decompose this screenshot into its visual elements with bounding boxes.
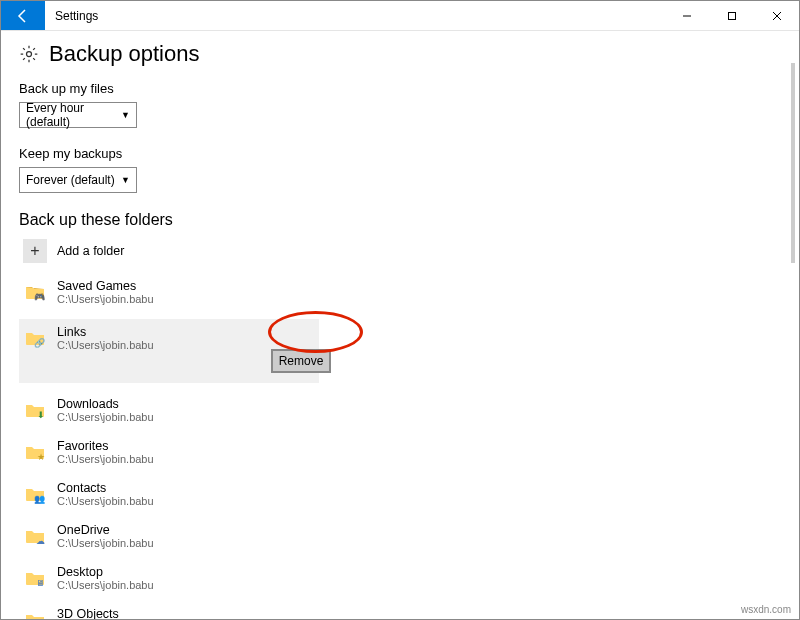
remove-button[interactable]: Remove [271, 349, 331, 373]
folder-path: C:\Users\jobin.babu [57, 495, 154, 507]
folder-name: Contacts [57, 481, 154, 495]
content-area: Backup options Back up my files Every ho… [1, 31, 799, 619]
page-title: Backup options [49, 41, 199, 67]
folder-icon: 🎮 [23, 280, 47, 304]
folder-icon: ☁ [23, 524, 47, 548]
close-button[interactable] [754, 1, 799, 30]
scrollbar[interactable] [791, 63, 795, 263]
folder-name: 3D Objects [57, 607, 154, 619]
folders-list: + Add a folder 🎮 Saved Games C:\Users\jo… [19, 237, 799, 619]
arrow-left-icon [15, 8, 31, 24]
svg-rect-1 [728, 12, 735, 19]
folder-icon: 🖥 [23, 566, 47, 590]
gear-icon [19, 44, 39, 64]
folder-path: C:\Users\jobin.babu [57, 453, 154, 465]
folder-row[interactable]: ☁ OneDrive C:\Users\jobin.babu [19, 521, 319, 551]
chevron-down-icon: ▼ [121, 175, 130, 185]
folder-icon: ★ [23, 440, 47, 464]
folder-row[interactable]: 🎮 Saved Games C:\Users\jobin.babu [19, 277, 319, 307]
maximize-button[interactable] [709, 1, 754, 30]
chevron-down-icon: ▼ [121, 110, 130, 120]
folder-row[interactable]: ⬇ Downloads C:\Users\jobin.babu [19, 395, 319, 425]
watermark: wsxdn.com [741, 604, 791, 615]
folder-row[interactable]: ▣ 3D Objects C:\Users\jobin.babu [19, 605, 319, 619]
svg-point-4 [27, 52, 32, 57]
folder-row[interactable]: ★ Favorites C:\Users\jobin.babu [19, 437, 319, 467]
backup-freq-value: Every hour (default) [26, 101, 121, 129]
folder-icon: 👥 [23, 482, 47, 506]
folder-name: Downloads [57, 397, 154, 411]
window-controls [664, 1, 799, 30]
folder-icon: ⬇ [23, 398, 47, 422]
app-title: Settings [45, 1, 664, 30]
folder-name: Favorites [57, 439, 154, 453]
folder-name: Desktop [57, 565, 154, 579]
page-header: Backup options [19, 41, 799, 67]
annotation-circle [268, 311, 363, 353]
folder-path: C:\Users\jobin.babu [57, 579, 154, 591]
add-folder-label: Add a folder [57, 244, 124, 258]
folder-path: C:\Users\jobin.babu [57, 411, 154, 423]
titlebar: Settings [1, 1, 799, 31]
folder-name: Links [57, 325, 154, 339]
keep-backups-dropdown[interactable]: Forever (default) ▼ [19, 167, 137, 193]
folder-icon: ▣ [23, 608, 47, 619]
backup-freq-dropdown[interactable]: Every hour (default) ▼ [19, 102, 137, 128]
folders-heading: Back up these folders [19, 211, 799, 229]
add-folder-row[interactable]: + Add a folder [19, 237, 319, 265]
folder-name: OneDrive [57, 523, 154, 537]
folder-name: Saved Games [57, 279, 154, 293]
folder-icon: 🔗 [23, 326, 47, 350]
minimize-button[interactable] [664, 1, 709, 30]
folder-path: C:\Users\jobin.babu [57, 537, 154, 549]
folder-row[interactable]: 🖥 Desktop C:\Users\jobin.babu [19, 563, 319, 593]
folder-path: C:\Users\jobin.babu [57, 293, 154, 305]
back-button[interactable] [1, 1, 45, 30]
keep-backups-value: Forever (default) [26, 173, 115, 187]
folder-row[interactable]: 👥 Contacts C:\Users\jobin.babu [19, 479, 319, 509]
folder-row-selected[interactable]: 🔗 Links C:\Users\jobin.babu Remove [19, 319, 319, 383]
plus-icon: + [23, 239, 47, 263]
folder-path: C:\Users\jobin.babu [57, 339, 154, 351]
keep-backups-label: Keep my backups [19, 146, 799, 161]
backup-freq-label: Back up my files [19, 81, 799, 96]
